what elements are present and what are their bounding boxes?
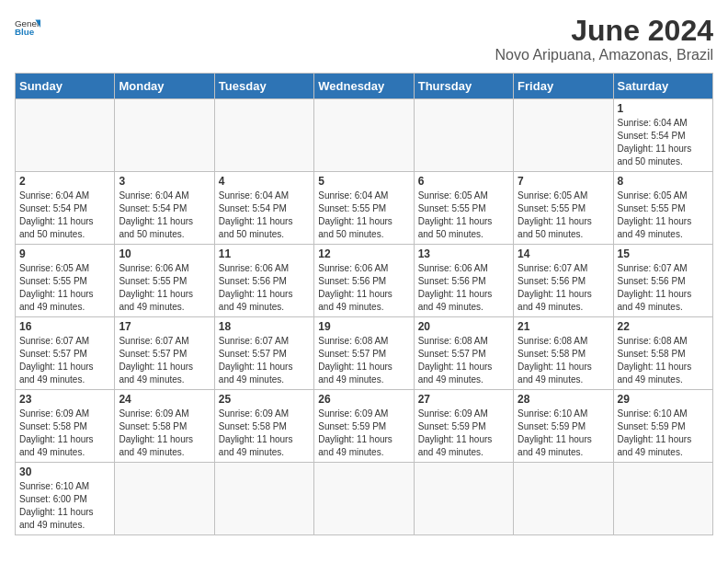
header-sunday: Sunday (16, 74, 115, 99)
day-number: 19 (318, 320, 409, 333)
day-info: Sunrise: 6:09 AM Sunset: 5:59 PM Dayligh… (318, 408, 409, 459)
day-info: Sunrise: 6:06 AM Sunset: 5:55 PM Dayligh… (119, 262, 210, 314)
day-number: 10 (119, 247, 210, 260)
calendar-cell: 18Sunrise: 6:07 AM Sunset: 5:57 PM Dayli… (214, 317, 313, 390)
calendar-cell: 13Sunrise: 6:06 AM Sunset: 5:56 PM Dayli… (414, 245, 513, 317)
calendar-cell (414, 463, 513, 535)
day-info: Sunrise: 6:10 AM Sunset: 6:00 PM Dayligh… (19, 480, 110, 532)
day-info: Sunrise: 6:06 AM Sunset: 5:56 PM Dayligh… (418, 262, 509, 314)
day-number: 11 (219, 247, 310, 260)
calendar-cell: 14Sunrise: 6:07 AM Sunset: 5:56 PM Dayli… (514, 245, 613, 317)
day-info: Sunrise: 6:04 AM Sunset: 5:54 PM Dayligh… (618, 117, 709, 168)
calendar-cell (115, 463, 214, 535)
calendar-cell (214, 463, 313, 535)
calendar-cell: 17Sunrise: 6:07 AM Sunset: 5:57 PM Dayli… (115, 317, 214, 390)
day-info: Sunrise: 6:06 AM Sunset: 5:56 PM Dayligh… (219, 262, 310, 314)
calendar-cell: 7Sunrise: 6:05 AM Sunset: 5:55 PM Daylig… (514, 172, 613, 245)
calendar-cell: 19Sunrise: 6:08 AM Sunset: 5:57 PM Dayli… (314, 317, 414, 390)
day-info: Sunrise: 6:05 AM Sunset: 5:55 PM Dayligh… (518, 190, 609, 241)
day-info: Sunrise: 6:05 AM Sunset: 5:55 PM Dayligh… (418, 190, 509, 241)
day-number: 4 (219, 175, 310, 188)
day-number: 23 (19, 393, 110, 406)
header-friday: Friday (514, 74, 613, 99)
header-thursday: Thursday (414, 74, 513, 99)
calendar-cell (214, 99, 313, 172)
calendar-cell (314, 463, 414, 535)
day-info: Sunrise: 6:10 AM Sunset: 5:59 PM Dayligh… (618, 408, 709, 459)
day-number: 8 (618, 175, 709, 188)
day-info: Sunrise: 6:05 AM Sunset: 5:55 PM Dayligh… (19, 262, 110, 314)
day-number: 21 (518, 320, 609, 333)
week-row-6: 30Sunrise: 6:10 AM Sunset: 6:00 PM Dayli… (16, 463, 713, 535)
day-number: 20 (418, 320, 509, 333)
calendar-cell: 1Sunrise: 6:04 AM Sunset: 5:54 PM Daylig… (613, 99, 712, 172)
title-area: June 2024 Novo Aripuana, Amazonas, Brazi… (495, 15, 713, 63)
day-info: Sunrise: 6:05 AM Sunset: 5:55 PM Dayligh… (618, 190, 709, 241)
day-info: Sunrise: 6:09 AM Sunset: 5:58 PM Dayligh… (19, 408, 110, 459)
day-number: 15 (618, 247, 709, 260)
calendar-cell: 25Sunrise: 6:09 AM Sunset: 5:58 PM Dayli… (214, 390, 313, 463)
calendar-cell (16, 99, 115, 172)
day-info: Sunrise: 6:08 AM Sunset: 5:57 PM Dayligh… (318, 335, 409, 386)
day-info: Sunrise: 6:08 AM Sunset: 5:58 PM Dayligh… (618, 335, 709, 386)
day-number: 30 (19, 465, 110, 478)
day-info: Sunrise: 6:07 AM Sunset: 5:57 PM Dayligh… (219, 335, 310, 386)
calendar-cell: 24Sunrise: 6:09 AM Sunset: 5:58 PM Dayli… (115, 390, 214, 463)
day-number: 13 (418, 247, 509, 260)
calendar-cell: 8Sunrise: 6:05 AM Sunset: 5:55 PM Daylig… (613, 172, 712, 245)
calendar-cell: 26Sunrise: 6:09 AM Sunset: 5:59 PM Dayli… (314, 390, 414, 463)
header-tuesday: Tuesday (214, 74, 313, 99)
day-number: 28 (518, 393, 609, 406)
day-info: Sunrise: 6:10 AM Sunset: 5:59 PM Dayligh… (518, 408, 609, 459)
page-header: General Blue June 2024 Novo Aripuana, Am… (15, 15, 713, 63)
calendar-cell: 6Sunrise: 6:05 AM Sunset: 5:55 PM Daylig… (414, 172, 513, 245)
week-row-2: 2Sunrise: 6:04 AM Sunset: 5:54 PM Daylig… (16, 172, 713, 245)
header-saturday: Saturday (613, 74, 712, 99)
day-number: 1 (618, 102, 709, 115)
calendar-cell: 28Sunrise: 6:10 AM Sunset: 5:59 PM Dayli… (514, 390, 613, 463)
day-info: Sunrise: 6:07 AM Sunset: 5:56 PM Dayligh… (618, 262, 709, 314)
week-row-4: 16Sunrise: 6:07 AM Sunset: 5:57 PM Dayli… (16, 317, 713, 390)
day-number: 16 (19, 320, 110, 333)
day-number: 18 (219, 320, 310, 333)
day-info: Sunrise: 6:09 AM Sunset: 5:58 PM Dayligh… (119, 408, 210, 459)
calendar-cell: 12Sunrise: 6:06 AM Sunset: 5:56 PM Dayli… (314, 245, 414, 317)
day-info: Sunrise: 6:08 AM Sunset: 5:58 PM Dayligh… (518, 335, 609, 386)
day-number: 6 (418, 175, 509, 188)
day-number: 3 (119, 175, 210, 188)
generalblue-logo-icon: General Blue (15, 15, 40, 40)
day-number: 24 (119, 393, 210, 406)
calendar-cell: 22Sunrise: 6:08 AM Sunset: 5:58 PM Dayli… (613, 317, 712, 390)
calendar-cell: 15Sunrise: 6:07 AM Sunset: 5:56 PM Dayli… (613, 245, 712, 317)
calendar-cell (414, 99, 513, 172)
day-info: Sunrise: 6:04 AM Sunset: 5:54 PM Dayligh… (19, 190, 110, 241)
calendar-subtitle: Novo Aripuana, Amazonas, Brazil (495, 47, 713, 63)
week-row-5: 23Sunrise: 6:09 AM Sunset: 5:58 PM Dayli… (16, 390, 713, 463)
svg-text:Blue: Blue (15, 27, 35, 37)
calendar-title: June 2024 (495, 15, 713, 47)
calendar-cell: 4Sunrise: 6:04 AM Sunset: 5:54 PM Daylig… (214, 172, 313, 245)
calendar-cell: 9Sunrise: 6:05 AM Sunset: 5:55 PM Daylig… (16, 245, 115, 317)
day-info: Sunrise: 6:06 AM Sunset: 5:56 PM Dayligh… (318, 262, 409, 314)
calendar-cell: 10Sunrise: 6:06 AM Sunset: 5:55 PM Dayli… (115, 245, 214, 317)
day-number: 12 (318, 247, 409, 260)
calendar-table: Sunday Monday Tuesday Wednesday Thursday… (15, 73, 713, 535)
day-info: Sunrise: 6:08 AM Sunset: 5:57 PM Dayligh… (418, 335, 509, 386)
day-info: Sunrise: 6:04 AM Sunset: 5:54 PM Dayligh… (219, 190, 310, 241)
day-info: Sunrise: 6:07 AM Sunset: 5:56 PM Dayligh… (518, 262, 609, 314)
calendar-cell: 30Sunrise: 6:10 AM Sunset: 6:00 PM Dayli… (16, 463, 115, 535)
day-number: 29 (618, 393, 709, 406)
calendar-cell (613, 463, 712, 535)
calendar-cell: 3Sunrise: 6:04 AM Sunset: 5:54 PM Daylig… (115, 172, 214, 245)
calendar-cell: 20Sunrise: 6:08 AM Sunset: 5:57 PM Dayli… (414, 317, 513, 390)
day-info: Sunrise: 6:04 AM Sunset: 5:54 PM Dayligh… (119, 190, 210, 241)
calendar-body: 1Sunrise: 6:04 AM Sunset: 5:54 PM Daylig… (16, 99, 713, 535)
day-info: Sunrise: 6:09 AM Sunset: 5:59 PM Dayligh… (418, 408, 509, 459)
day-number: 25 (219, 393, 310, 406)
calendar-cell (514, 463, 613, 535)
day-info: Sunrise: 6:04 AM Sunset: 5:55 PM Dayligh… (318, 190, 409, 241)
day-number: 27 (418, 393, 509, 406)
day-number: 26 (318, 393, 409, 406)
day-info: Sunrise: 6:07 AM Sunset: 5:57 PM Dayligh… (19, 335, 110, 386)
header-wednesday: Wednesday (314, 74, 414, 99)
